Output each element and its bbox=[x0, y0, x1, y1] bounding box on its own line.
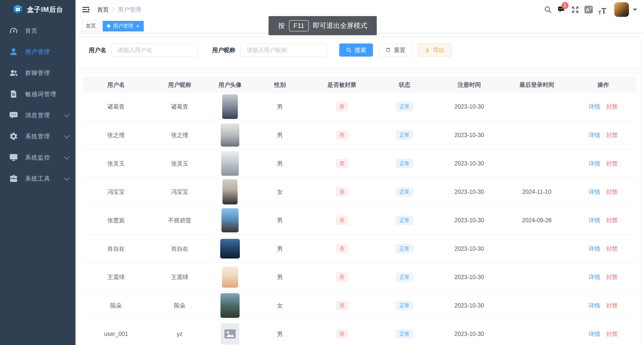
col-last-login: 最后登录时间 bbox=[504, 77, 570, 93]
ban-link[interactable]: 封禁 bbox=[606, 274, 618, 280]
sidebar-item-group-management[interactable]: 群聊管理 bbox=[0, 62, 75, 83]
status-tag: 正常 bbox=[396, 187, 413, 196]
sidebar-fold-icon[interactable] bbox=[82, 5, 90, 14]
detail-link[interactable]: 详情 bbox=[589, 302, 600, 309]
toast-suffix: 即可退出全屏模式 bbox=[313, 21, 367, 30]
col-banned: 是否被封禁 bbox=[310, 77, 374, 93]
table-row: 冯宝宝 冯宝宝 女 否 正常 2023-10-30 2024-11-10 详情封… bbox=[83, 178, 636, 206]
group-icon bbox=[9, 68, 19, 78]
navbar-actions: 1 A文 TT bbox=[540, 2, 644, 17]
status-tag: 正常 bbox=[396, 216, 413, 225]
ban-link[interactable]: 封禁 bbox=[606, 331, 618, 337]
sidebar-item-label: 敏感词管理 bbox=[25, 90, 57, 98]
col-actions: 操作 bbox=[570, 77, 636, 93]
table-row: 张灵玉 张灵玉 男 否 正常 2023-10-30 详情封禁 bbox=[83, 149, 636, 178]
ban-link[interactable]: 封禁 bbox=[606, 245, 618, 252]
reset-button[interactable]: 重置 bbox=[378, 44, 412, 57]
detail-link[interactable]: 详情 bbox=[589, 160, 600, 167]
main-area: 首页 / 用户管理 1 A文 bbox=[75, 0, 644, 345]
status-tag: 正常 bbox=[396, 244, 413, 253]
user-avatar bbox=[221, 151, 239, 176]
detail-link[interactable]: 详情 bbox=[589, 132, 600, 138]
document-icon bbox=[9, 89, 19, 99]
toast-prefix: 按 bbox=[278, 21, 285, 30]
sidebar-item-system-management[interactable]: 系统管理 bbox=[0, 126, 75, 147]
sidebar-item-sensitive-words[interactable]: 敏感词管理 bbox=[0, 83, 75, 105]
notifications-icon[interactable]: 1 bbox=[556, 4, 567, 15]
svg-text:文: 文 bbox=[589, 7, 592, 10]
tab-home[interactable]: 首页 bbox=[82, 21, 100, 31]
table-row: user_001 yz 男 否 bbox=[83, 320, 636, 345]
ban-link[interactable]: 封禁 bbox=[606, 189, 618, 195]
sidebar-item-home[interactable]: 首页 bbox=[0, 20, 75, 41]
user-avatar bbox=[221, 123, 239, 147]
nickname-input[interactable] bbox=[240, 44, 327, 57]
status-tag: 正常 bbox=[396, 159, 413, 168]
sidebar-item-label: 系统管理 bbox=[25, 133, 50, 140]
banned-tag: 否 bbox=[336, 187, 348, 196]
breadcrumb-current: 用户管理 bbox=[118, 6, 141, 14]
detail-link[interactable]: 详情 bbox=[589, 189, 600, 195]
sidebar-item-label: 系统监控 bbox=[25, 154, 50, 161]
language-icon[interactable]: A文 bbox=[583, 4, 594, 15]
ban-link[interactable]: 封禁 bbox=[606, 103, 618, 110]
fullscreen-icon[interactable] bbox=[570, 4, 581, 15]
table-row: 张之维 张之维 男 否 正常 2023-10-30 详情封禁 bbox=[83, 121, 636, 149]
logo-cube-icon bbox=[12, 4, 23, 15]
close-icon[interactable]: × bbox=[136, 23, 139, 29]
fullscreen-toast: 按 F11 即可退出全屏模式 bbox=[269, 16, 377, 35]
sidebar-item-system-monitor[interactable]: 系统监控 bbox=[0, 147, 75, 168]
image-placeholder-icon bbox=[224, 329, 236, 339]
f11-keycap: F11 bbox=[289, 20, 309, 31]
ban-link[interactable]: 封禁 bbox=[606, 217, 618, 224]
detail-link[interactable]: 详情 bbox=[589, 274, 600, 280]
sidebar-item-message-management[interactable]: 消息管理 bbox=[0, 105, 75, 126]
sidebar-item-label: 用户管理 bbox=[25, 48, 50, 56]
tab-user-management[interactable]: 用户管理 × bbox=[103, 21, 144, 31]
user-avatar bbox=[222, 94, 238, 119]
table-row: 陈朵 陈朵 女 否 正常 2023-10-30 详情封禁 bbox=[83, 291, 636, 320]
user-avatar bbox=[222, 179, 238, 204]
search-button[interactable]: 搜索 bbox=[339, 44, 373, 57]
chevron-down-icon bbox=[64, 133, 69, 138]
username-input[interactable] bbox=[111, 44, 198, 57]
banned-tag: 否 bbox=[336, 301, 348, 310]
status-tag: 正常 bbox=[396, 301, 413, 310]
status-tag: 正常 bbox=[396, 102, 413, 111]
col-avatar: 用户头像 bbox=[210, 77, 250, 93]
sidebar-item-label: 群聊管理 bbox=[25, 69, 50, 77]
chevron-down-icon bbox=[64, 175, 69, 181]
breadcrumb-home[interactable]: 首页 bbox=[97, 6, 109, 14]
detail-link[interactable]: 详情 bbox=[589, 217, 600, 224]
search-icon bbox=[346, 47, 352, 53]
export-button[interactable]: 导出 bbox=[418, 44, 451, 57]
detail-link[interactable]: 详情 bbox=[589, 245, 600, 252]
refresh-icon bbox=[385, 47, 391, 53]
sidebar-item-user-management[interactable]: 用户管理 bbox=[0, 41, 75, 62]
col-nickname: 用户昵称 bbox=[149, 77, 210, 93]
sidebar: 盒子IM后台 首页 用户管理 群聊管理 敏感词管理 bbox=[0, 0, 75, 345]
user-avatar-placeholder bbox=[221, 323, 239, 344]
banned-tag: 否 bbox=[336, 159, 348, 168]
col-register-time: 注册时间 bbox=[435, 77, 504, 93]
app-title: 盒子IM后台 bbox=[27, 5, 63, 14]
user-table-card: 用户名 用户昵称 用户头像 性别 是否被封禁 状态 注册时间 最后登录时间 操作… bbox=[79, 72, 641, 345]
detail-link[interactable]: 详情 bbox=[589, 331, 600, 337]
search-icon[interactable] bbox=[542, 4, 553, 15]
filter-card: 用户名 用户昵称 搜索 重置 导出 bbox=[79, 37, 641, 69]
banned-tag: 否 bbox=[336, 131, 348, 140]
sidebar-item-system-tools[interactable]: 系统工具 bbox=[0, 168, 75, 189]
filter-buttons: 搜索 重置 导出 bbox=[339, 44, 451, 57]
app-logo[interactable]: 盒子IM后台 bbox=[0, 0, 75, 19]
detail-link[interactable]: 详情 bbox=[589, 103, 600, 110]
ban-link[interactable]: 封禁 bbox=[606, 132, 618, 138]
ban-link[interactable]: 封禁 bbox=[606, 160, 618, 167]
chevron-down-icon bbox=[64, 112, 69, 117]
ban-link[interactable]: 封禁 bbox=[606, 302, 618, 309]
font-size-icon[interactable]: TT bbox=[597, 4, 608, 15]
sidebar-item-label: 系统工具 bbox=[25, 175, 50, 183]
user-avatar[interactable] bbox=[614, 2, 629, 17]
banned-tag: 否 bbox=[336, 216, 348, 225]
status-tag: 正常 bbox=[396, 131, 413, 140]
chevron-down-icon[interactable] bbox=[633, 9, 637, 11]
